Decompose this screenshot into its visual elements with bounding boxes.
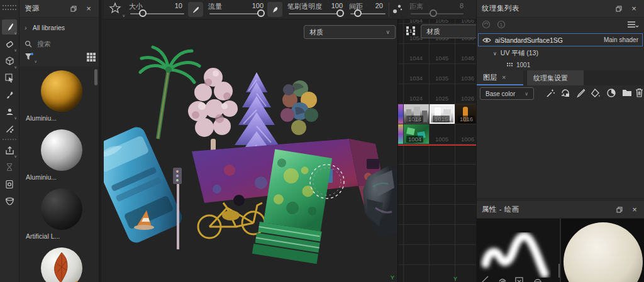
texset-toolbar: 1 [477, 19, 644, 33]
clone-tool-button[interactable]: ∨ [2, 104, 17, 119]
udim-tile-sliver[interactable] [398, 124, 403, 144]
material-sphere-thumbnail [41, 247, 82, 282]
paint-tool-button[interactable]: ∨ [2, 19, 17, 35]
delete-layer-button[interactable] [635, 88, 643, 99]
opacity-slider-knob[interactable] [336, 9, 344, 17]
asset-item[interactable]: Aluminiu... [25, 70, 99, 122]
texture-set-header: 纹理集列表 × [477, 0, 644, 18]
flow-slider-knob[interactable] [257, 9, 265, 17]
flow-value[interactable]: 100 [243, 2, 264, 9]
spacing-value[interactable]: 20 [363, 2, 383, 9]
close-icon[interactable]: × [629, 4, 639, 14]
uv-material-dropdown[interactable]: 材质 [421, 24, 477, 38]
projection-tool-button[interactable]: ∨ [2, 53, 17, 68]
distance-label: 距离 [409, 2, 423, 11]
asset-name: Aluminiu... [25, 173, 99, 181]
library-selector[interactable]: › All libraries [25, 24, 96, 31]
undock-icon[interactable] [614, 205, 625, 215]
udim-view-button[interactable]: 1 [406, 26, 416, 37]
stencil-shape-button[interactable]: ∨ [109, 2, 125, 17]
tab-close-icon[interactable]: × [502, 73, 506, 81]
undock-icon[interactable] [69, 4, 79, 14]
instance-count-icon[interactable]: 1 [497, 20, 506, 30]
size-slider-track[interactable] [130, 13, 184, 14]
stencil-tab-icon [516, 278, 523, 282]
viewport-3d[interactable]: Y 材质 ∨ [104, 19, 397, 282]
mesh-palm-tree[interactable] [140, 47, 199, 139]
eraser-tool-button[interactable]: ∨ [2, 36, 17, 52]
smudge-tool-button[interactable] [2, 87, 17, 102]
asset-item[interactable]: Artificial L... [25, 188, 99, 240]
add-paint-layer-button[interactable] [576, 89, 586, 99]
filter-button[interactable]: ∨ [25, 53, 35, 63]
select-arrow-icon [5, 73, 14, 83]
asset-item[interactable]: Autumn L... [25, 247, 99, 282]
search-input[interactable]: 搜索 [25, 38, 96, 50]
sync-visibility-icon[interactable] [482, 20, 491, 30]
fill-bucket-icon [591, 89, 601, 98]
udim-label: 1066 [455, 19, 477, 24]
udim-tile-sliver[interactable] [398, 104, 403, 124]
properties-tab-icons-partial[interactable] [477, 275, 644, 282]
brush-tip-button[interactable] [267, 2, 282, 17]
add-fill-layer-button[interactable] [591, 89, 601, 99]
add-folder-button[interactable] [622, 89, 632, 98]
chevron-down-icon: ∨ [14, 154, 17, 158]
uv-tile-row[interactable]: 1001 [507, 60, 530, 69]
uv-tile-group-label: UV 平铺 (13) [501, 49, 538, 58]
toolbar-drag-handle[interactable] [3, 5, 16, 10]
close-icon[interactable]: × [84, 4, 94, 14]
tab-settings-label: 纹理集设置 [533, 73, 568, 83]
undock-icon[interactable] [614, 4, 624, 14]
opacity-value[interactable]: 100 [323, 2, 343, 9]
tile-number: 1001 [516, 62, 530, 68]
opacity-slider-track[interactable] [289, 13, 343, 14]
size-value[interactable]: 10 [164, 2, 182, 9]
texture-set-title: 纹理集列表 [482, 4, 609, 13]
chevron-right-icon: › [25, 24, 27, 31]
spacing-slider-knob[interactable] [354, 9, 362, 17]
jitter-button[interactable] [392, 3, 404, 16]
brush-stroke-preview[interactable] [477, 219, 560, 282]
material-picker-tool-button[interactable] [2, 121, 17, 136]
export-tool-button[interactable]: ∨ [2, 143, 17, 158]
list-options-icon[interactable] [627, 20, 638, 30]
channel-dropdown[interactable]: Base color ∨ [480, 87, 534, 100]
udim-label: 1036 [455, 75, 477, 82]
folder-icon [622, 89, 632, 97]
uv-boundary-line [398, 144, 477, 146]
viewport-2d[interactable]: 1064 1065 1066 1054 1055 1056 1044 1045 … [397, 19, 477, 282]
size-slider-knob[interactable] [139, 9, 147, 17]
mesh-view-button[interactable] [2, 193, 17, 209]
brush-preset-button[interactable] [188, 2, 203, 17]
add-adjustment-button[interactable] [560, 88, 570, 99]
texture-set-row[interactable]: aiStandardSurface1SG Main shader [478, 33, 643, 46]
properties-panel: 属性 - 绘画 × [477, 201, 644, 219]
flow-slider-track[interactable] [209, 13, 264, 14]
grid-view-button[interactable] [86, 52, 96, 63]
add-smart-material-button[interactable] [606, 88, 616, 99]
uv-material-label: 材质 [426, 27, 475, 36]
adjustment-icon [560, 88, 570, 98]
brush-tab-icon [482, 276, 488, 282]
filter-funnel-icon [25, 53, 33, 61]
document-view-button[interactable] [2, 176, 17, 192]
mesh-bicycle[interactable] [198, 203, 265, 238]
udim-label: 1016 [458, 116, 475, 122]
paint-layer-icon [576, 89, 586, 98]
polygon-fill-tool-button[interactable] [2, 70, 17, 85]
toolbar-separator [3, 139, 16, 140]
uv-tile-group-row[interactable]: ∨ UV 平铺 (13) [493, 49, 538, 58]
add-effect-button[interactable] [546, 89, 555, 99]
material-sphere-preview[interactable] [561, 219, 644, 282]
history-tool-button[interactable] [2, 160, 17, 175]
udim-label: 1065 [429, 19, 455, 24]
search-icon [25, 40, 32, 48]
asset-item[interactable]: Aluminiu... [25, 129, 99, 181]
tab-layers[interactable]: 图层 × [477, 70, 523, 85]
grid-view-icon [86, 52, 96, 62]
shader-mode-dropdown[interactable]: 材质 ∨ [304, 25, 396, 39]
eye-icon[interactable] [482, 37, 491, 43]
close-icon[interactable]: × [630, 205, 640, 215]
tab-texture-set-settings[interactable]: 纹理集设置 [527, 70, 584, 85]
